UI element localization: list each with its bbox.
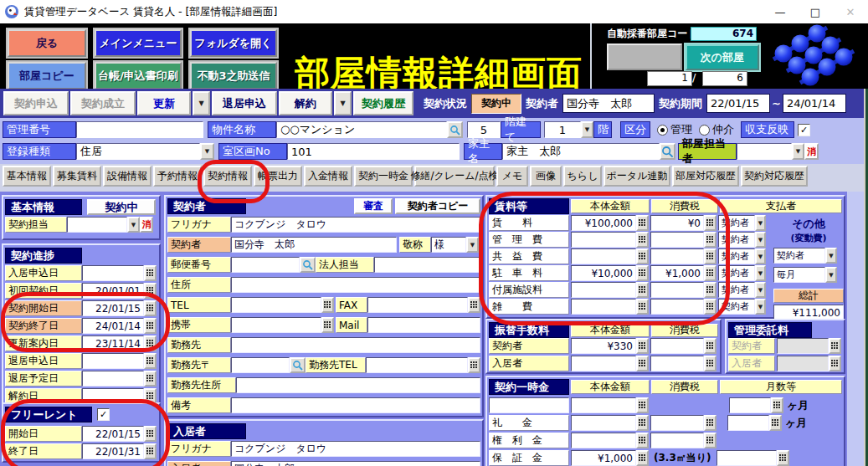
tab-basic-info[interactable]: 基本情報	[3, 166, 51, 187]
property-name-field[interactable]: ○○マンション	[276, 121, 447, 138]
tenant-name-field[interactable]: 国分寺 太郎	[231, 461, 480, 466]
payer-dropdown-icon[interactable]: ▼	[755, 282, 766, 298]
calc-button[interactable]	[636, 397, 649, 413]
furigana-field[interactable]: コクブンジ タロウ	[231, 217, 480, 233]
page-current-field[interactable]: 1	[647, 71, 692, 86]
floors-field[interactable]: 5	[467, 121, 501, 138]
date-field[interactable]	[82, 371, 144, 387]
calc-button[interactable]	[704, 215, 716, 231]
tel-dial-button[interactable]	[321, 297, 334, 313]
calc-button[interactable]	[636, 232, 649, 248]
calc-button[interactable]	[704, 282, 716, 298]
workplace-address-field[interactable]	[236, 377, 480, 393]
date-field[interactable]: 24/01/14	[82, 318, 144, 334]
amount-field[interactable]: ¥1,000	[571, 450, 636, 466]
ledger-print-button[interactable]: 台帳/申込書印刷	[95, 62, 182, 90]
honorific-dropdown-icon[interactable]: ▼	[466, 237, 479, 253]
zip-field[interactable]	[231, 257, 300, 273]
calc-button[interactable]	[636, 356, 649, 371]
tab-contract-onetime[interactable]: 契約一時金	[354, 166, 413, 187]
corp-contact-field[interactable]	[374, 257, 480, 273]
months-field[interactable]	[727, 415, 769, 431]
calc-button[interactable]	[636, 282, 649, 298]
calc-button[interactable]	[704, 356, 716, 371]
payer-field[interactable]: 契約者	[718, 299, 755, 315]
review-button[interactable]: 審査	[354, 198, 393, 214]
contractor-name-field[interactable]: 国分寺 太郎	[562, 94, 655, 113]
payer-field[interactable]: 契約者	[718, 248, 755, 264]
calendar-button[interactable]	[144, 283, 157, 299]
date-field[interactable]	[82, 265, 144, 281]
payer-dropdown-icon[interactable]: ▼	[755, 265, 766, 281]
room-staff-dropdown-icon[interactable]: ▼	[792, 143, 804, 160]
amount-field[interactable]	[571, 299, 636, 315]
notes-field[interactable]	[231, 397, 480, 413]
reg-type-field[interactable]: 住居	[76, 143, 200, 160]
renew-dropdown-icon[interactable]: ▼	[193, 91, 210, 115]
payer-field[interactable]: 契約者	[718, 215, 755, 231]
owner-search-icon[interactable]	[660, 143, 675, 160]
mgmt-no-field[interactable]	[76, 121, 203, 138]
amount-field[interactable]	[571, 397, 636, 413]
payer-dropdown-icon[interactable]: ▼	[755, 248, 766, 264]
fax-field[interactable]	[367, 297, 468, 313]
tab-recruit-rent[interactable]: 募集賃料	[53, 166, 101, 187]
property-search-icon[interactable]	[447, 121, 463, 138]
calc-button[interactable]	[636, 215, 649, 231]
date-field[interactable]	[82, 353, 144, 369]
tax-field[interactable]: ¥1,000	[650, 265, 704, 281]
owner-field[interactable]: 家主 太郎	[502, 143, 660, 160]
date-field[interactable]: 23/11/14	[82, 335, 144, 351]
terminate-button[interactable]: 解約	[279, 91, 332, 115]
calc-button[interactable]	[636, 265, 649, 281]
date-field[interactable]: 22/01/15	[82, 426, 144, 442]
tab-portal-link[interactable]: ポータル連動	[603, 166, 670, 187]
tax-field[interactable]	[650, 248, 704, 264]
calc-button[interactable]	[769, 415, 782, 431]
workplace-field[interactable]	[231, 337, 480, 353]
tab-repair-claim-inspection[interactable]: 修繕/クレーム/点検	[414, 166, 495, 187]
calc-button[interactable]	[704, 415, 716, 431]
calc-button[interactable]	[704, 232, 716, 248]
calc-button[interactable]	[636, 248, 649, 264]
calc-button[interactable]	[636, 415, 649, 431]
tab-image[interactable]: 画像	[530, 166, 562, 187]
calc-button[interactable]	[636, 433, 649, 448]
open-folder-button[interactable]: フォルダを開く	[190, 29, 277, 57]
period-to-field[interactable]: 24/01/14	[783, 94, 846, 113]
payer-field[interactable]: 契約者	[718, 265, 755, 281]
mail-field[interactable]	[367, 317, 480, 333]
date-field[interactable]: 22/01/31	[82, 443, 144, 459]
division-manage-radio[interactable]	[657, 125, 668, 136]
floor-dropdown-icon[interactable]: ▼	[581, 121, 593, 138]
workplace-tel-field[interactable]	[366, 357, 468, 373]
calendar-button[interactable]	[144, 335, 157, 351]
other-cycle-dropdown-icon[interactable]: ▼	[825, 267, 837, 283]
workplace-zip-search-icon[interactable]	[290, 357, 306, 373]
amount-field[interactable]	[571, 232, 636, 248]
calendar-button[interactable]	[144, 353, 157, 369]
contractor-name-field[interactable]: 国分寺 太郎	[231, 237, 397, 253]
calc-button[interactable]	[636, 338, 649, 354]
months-field[interactable]	[716, 450, 777, 466]
floor-field[interactable]: 1	[544, 121, 581, 138]
fudo3-send-button[interactable]: 不動3之助送信	[190, 62, 277, 90]
amount-field[interactable]: ¥100,000	[571, 215, 636, 231]
other-payer-dropdown-icon[interactable]: ▼	[825, 248, 837, 264]
tab-room-response-history[interactable]: 部屋対応履歴	[672, 166, 739, 187]
mobile-field[interactable]	[231, 317, 321, 333]
tab-reservation-info[interactable]: 予約情報	[153, 166, 202, 187]
room-no-field[interactable]: 101	[287, 143, 460, 160]
other-cycle-field[interactable]: 毎月	[773, 267, 825, 283]
calc-button[interactable]	[704, 433, 716, 448]
tab-contract-response-history[interactable]: 契約対応履歴	[741, 166, 808, 187]
contract-staff-dropdown-icon[interactable]: ▼	[127, 217, 140, 233]
tab-report-output[interactable]: 帳票出力	[254, 166, 302, 187]
calc-button[interactable]	[704, 265, 716, 281]
honorific-field[interactable]: 様	[431, 237, 466, 253]
calc-button[interactable]	[636, 299, 649, 315]
tab-flyer[interactable]: ちらし	[563, 166, 602, 187]
close-button[interactable]: ✕	[833, 1, 868, 23]
contract-status-button[interactable]: 契約中	[87, 199, 156, 215]
tax-field[interactable]: ¥0	[650, 215, 704, 231]
